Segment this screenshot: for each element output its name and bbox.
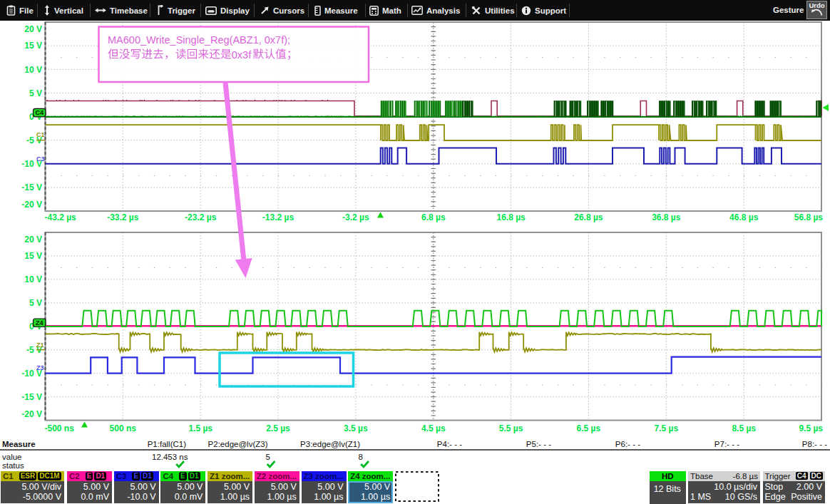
svg-text:P2:edge@lv(Z3): P2:edge@lv(Z3) bbox=[208, 440, 268, 448]
svg-text:5 V: 5 V bbox=[29, 88, 42, 98]
svg-text:10 V: 10 V bbox=[24, 65, 42, 75]
svg-text:P8:- - -: P8:- - - bbox=[802, 440, 827, 448]
svg-text:12.453 ns: 12.453 ns bbox=[152, 453, 188, 461]
svg-text:C1: C1 bbox=[36, 131, 45, 138]
svg-text:8.5 µs: 8.5 µs bbox=[732, 423, 756, 433]
svg-text:1.5 µs: 1.5 µs bbox=[188, 423, 212, 433]
svg-text:15 V: 15 V bbox=[24, 251, 42, 261]
svg-text:-33.2 µs: -33.2 µs bbox=[107, 212, 139, 222]
svg-text:500 ns: 500 ns bbox=[110, 423, 137, 433]
svg-text:6.8 µs: 6.8 µs bbox=[421, 212, 446, 222]
svg-text:value: value bbox=[2, 453, 22, 461]
svg-text:56.8 µs: 56.8 µs bbox=[794, 212, 824, 222]
svg-text:P1:fall(C1): P1:fall(C1) bbox=[148, 440, 186, 448]
svg-text:-3.2 µs: -3.2 µs bbox=[342, 212, 369, 222]
svg-text:6.5 µs: 6.5 µs bbox=[577, 423, 601, 433]
svg-text:-15 V: -15 V bbox=[21, 182, 42, 192]
svg-text:5: 5 bbox=[266, 453, 270, 461]
svg-text:Z3: Z3 bbox=[36, 364, 44, 371]
svg-text:-13.2 µs: -13.2 µs bbox=[262, 212, 294, 222]
svg-text:C3: C3 bbox=[36, 155, 45, 163]
svg-text:10 V: 10 V bbox=[24, 274, 42, 284]
svg-text:-500 ns: -500 ns bbox=[45, 423, 75, 433]
svg-text:16.8 µs: 16.8 µs bbox=[496, 212, 526, 222]
svg-text:P6:- - -: P6:- - - bbox=[615, 440, 640, 448]
svg-text:3.5 µs: 3.5 µs bbox=[344, 423, 368, 433]
svg-text:-23.2 µs: -23.2 µs bbox=[185, 212, 217, 222]
svg-text:0x3f: 0x3f bbox=[232, 49, 252, 61]
svg-text:Z1: Z1 bbox=[36, 341, 44, 349]
svg-text:Z4: Z4 bbox=[36, 319, 43, 326]
svg-text:P4:- - -: P4:- - - bbox=[437, 440, 462, 448]
svg-text:36.8 µs: 36.8 µs bbox=[652, 212, 681, 222]
svg-text:15 V: 15 V bbox=[24, 41, 42, 51]
svg-text:MA600_Write_Single_Reg(ABZ1, 0: MA600_Write_Single_Reg(ABZ1, 0x7f); bbox=[108, 34, 290, 46]
svg-text:7.5 µs: 7.5 µs bbox=[654, 423, 678, 433]
svg-text:P3:edge@lv(Z1): P3:edge@lv(Z1) bbox=[300, 440, 360, 448]
svg-text:-15 V: -15 V bbox=[21, 392, 42, 402]
svg-text:5.5 µs: 5.5 µs bbox=[499, 423, 523, 433]
svg-text:P5:- - -: P5:- - - bbox=[526, 440, 551, 448]
svg-text:20 V: 20 V bbox=[24, 235, 42, 245]
svg-text:P7:- - -: P7:- - - bbox=[714, 440, 739, 448]
svg-text:26.8 µs: 26.8 µs bbox=[574, 212, 603, 222]
svg-text:-20 V: -20 V bbox=[21, 409, 42, 419]
svg-text:C4: C4 bbox=[35, 109, 43, 116]
svg-text:20 V: 20 V bbox=[24, 24, 42, 34]
svg-text:-43.2 µs: -43.2 µs bbox=[45, 212, 77, 222]
svg-text:Measure: Measure bbox=[2, 440, 36, 448]
svg-text:46.8 µs: 46.8 µs bbox=[729, 212, 759, 222]
svg-text:8: 8 bbox=[359, 453, 363, 461]
svg-text:-20 V: -20 V bbox=[21, 200, 42, 210]
svg-text:5 V: 5 V bbox=[29, 298, 42, 308]
svg-text:4.5 µs: 4.5 µs bbox=[421, 423, 446, 433]
svg-text:status: status bbox=[2, 461, 24, 470]
svg-text:9.5 µs: 9.5 µs bbox=[799, 423, 823, 433]
svg-text:2.5 µs: 2.5 µs bbox=[266, 423, 290, 433]
